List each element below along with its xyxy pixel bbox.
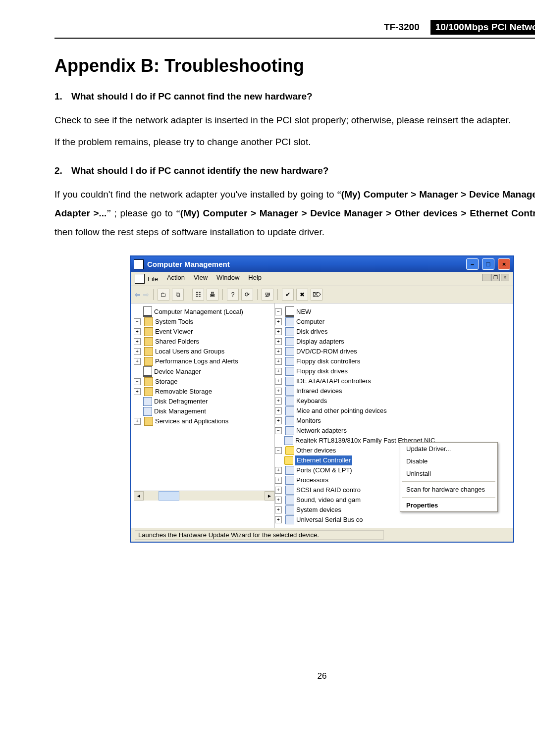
menu-view[interactable]: View [194, 274, 208, 284]
tree-shared-folders[interactable]: Shared Folders [155, 337, 199, 347]
scan-hardware-button[interactable]: 🖳 [262, 289, 273, 301]
expand-icon[interactable]: + [134, 348, 141, 355]
context-menu: Update Driver... Disable Uninstall Scan … [400, 442, 498, 512]
dev-monitors[interactable]: Monitors [296, 416, 321, 426]
menu-action[interactable]: Action [167, 274, 185, 284]
back-button[interactable]: ⇦ [135, 291, 141, 299]
device-list-pane[interactable]: −NEW +Computer +Disk drives +Display ada… [275, 303, 513, 528]
uninstall-button[interactable]: ⌦ [311, 289, 322, 301]
dev-computer[interactable]: Computer [296, 317, 324, 327]
enable-button[interactable]: ✔ [282, 289, 294, 301]
dev-dvd[interactable]: DVD/CD-ROM drives [296, 347, 357, 356]
forward-button[interactable]: ⇨ [143, 291, 149, 299]
menu-window[interactable]: Window [216, 274, 239, 284]
tree-system-tools[interactable]: System Tools [155, 317, 193, 327]
maximize-button[interactable]: □ [482, 258, 494, 270]
minimize-button[interactable]: – [466, 258, 479, 270]
collapse-icon[interactable]: − [275, 308, 282, 315]
dev-processors[interactable]: Processors [296, 475, 328, 485]
expand-icon[interactable]: + [275, 348, 282, 355]
tree-disk-defrag[interactable]: Disk Defragmenter [154, 397, 208, 406]
scroll-right-button[interactable]: ► [265, 491, 274, 501]
console-tree-pane[interactable]: Computer Management (Local) −System Tool… [131, 303, 275, 528]
mdi-minimize-button[interactable]: – [482, 274, 490, 281]
up-button[interactable]: 🗀 [158, 289, 169, 301]
expand-icon[interactable]: + [134, 388, 141, 395]
dev-floppy-ctrl[interactable]: Floppy disk controllers [296, 356, 360, 366]
dev-ide[interactable]: IDE ATA/ATAPI controllers [296, 376, 371, 386]
dev-ports[interactable]: Ports (COM & LPT) [296, 465, 352, 475]
window-sysmenu-icon[interactable] [134, 259, 144, 269]
model-label: TF-3200 [384, 22, 420, 33]
expand-icon[interactable]: + [275, 487, 282, 494]
expand-icon[interactable]: + [275, 407, 282, 414]
expand-icon[interactable]: + [275, 516, 282, 523]
expand-icon[interactable]: + [275, 506, 282, 513]
dev-sound[interactable]: Sound, video and gam [296, 495, 361, 505]
dev-floppy-drive[interactable]: Floppy disk drives [296, 366, 348, 376]
expand-icon[interactable]: + [134, 328, 141, 335]
tree-removable-storage[interactable]: Removable Storage [155, 387, 212, 397]
tree-storage[interactable]: Storage [155, 377, 178, 387]
dev-usb[interactable]: Universal Serial Bus co [296, 515, 363, 525]
expand-icon[interactable]: + [275, 338, 282, 345]
expand-icon[interactable]: + [275, 328, 282, 335]
refresh-button[interactable]: ⟳ [241, 289, 253, 301]
tree-perf-logs[interactable]: Performance Logs and Alerts [155, 356, 238, 366]
collapse-icon[interactable]: − [275, 447, 282, 454]
expand-icon[interactable]: + [275, 398, 282, 404]
dev-mice[interactable]: Mice and other pointing devices [296, 406, 387, 416]
ctx-update-driver[interactable]: Update Driver... [400, 443, 497, 455]
dev-scsi[interactable]: SCSI and RAID contro [296, 485, 361, 495]
system-devices-icon [285, 505, 294, 514]
scroll-left-button[interactable]: ◄ [134, 491, 144, 501]
show-hide-tree-button[interactable]: ⧉ [172, 289, 184, 301]
expand-icon[interactable]: + [134, 418, 141, 425]
dev-display[interactable]: Display adapters [296, 337, 344, 347]
expand-icon[interactable]: + [275, 368, 282, 375]
properties-button[interactable]: ☷ [192, 289, 204, 301]
expand-icon[interactable]: + [275, 497, 282, 504]
window-titlebar[interactable]: Computer Management – □ × [131, 256, 513, 272]
expand-icon[interactable]: + [275, 477, 282, 484]
expand-icon[interactable]: + [275, 318, 282, 325]
expand-icon[interactable]: + [275, 378, 282, 385]
disable-button[interactable]: ✖ [296, 289, 308, 301]
dev-disk-drives[interactable]: Disk drives [296, 327, 328, 337]
collapse-icon[interactable]: − [134, 318, 141, 325]
ctx-uninstall[interactable]: Uninstall [400, 467, 497, 480]
dev-ethernet-controller[interactable]: Ethernet Controller [295, 455, 352, 465]
device-root[interactable]: NEW [296, 307, 311, 317]
tree-event-viewer[interactable]: Event Viewer [155, 327, 193, 337]
expand-icon[interactable]: + [275, 358, 282, 365]
mdi-restore-button[interactable]: ❐ [491, 274, 500, 281]
dev-system[interactable]: System devices [296, 505, 341, 515]
tree-services[interactable]: Services and Applications [155, 416, 228, 426]
dev-infrared[interactable]: Infrared devices [296, 386, 342, 396]
ctx-scan-hardware[interactable]: Scan for hardware changes [400, 483, 497, 496]
collapse-icon[interactable]: − [134, 378, 141, 385]
expand-icon[interactable]: + [275, 417, 282, 424]
print-button[interactable]: 🖶 [207, 289, 218, 301]
ctx-disable[interactable]: Disable [400, 455, 497, 467]
collapse-icon[interactable]: − [275, 427, 282, 434]
ctx-properties[interactable]: Properties [400, 499, 497, 511]
tree-local-users[interactable]: Local Users and Groups [155, 347, 224, 356]
floppy-ctrl-icon [285, 357, 294, 366]
tree-disk-mgmt[interactable]: Disk Management [154, 406, 206, 416]
dev-other[interactable]: Other devices [296, 446, 336, 455]
menu-file[interactable]: File [135, 274, 158, 284]
tree-root[interactable]: Computer Management (Local) [154, 307, 243, 317]
close-button[interactable]: × [498, 258, 510, 270]
expand-icon[interactable]: + [275, 388, 282, 395]
expand-icon[interactable]: + [134, 358, 141, 365]
tree-device-manager[interactable]: Device Manager [154, 367, 201, 377]
dev-network-adapters[interactable]: Network adapters [296, 426, 347, 436]
help-button[interactable]: ? [227, 289, 239, 301]
expand-icon[interactable]: + [275, 467, 282, 474]
scrollbar-thumb[interactable] [159, 491, 179, 501]
dev-keyboards[interactable]: Keyboards [296, 396, 327, 406]
expand-icon[interactable]: + [134, 338, 141, 345]
menu-help[interactable]: Help [248, 274, 262, 284]
mdi-close-button[interactable]: × [501, 274, 509, 281]
